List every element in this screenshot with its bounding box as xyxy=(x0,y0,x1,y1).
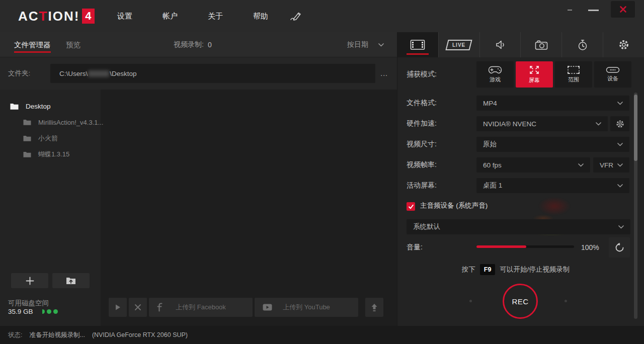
panel-scrollbar[interactable] xyxy=(634,93,637,319)
mode-game-button[interactable]: 游戏 xyxy=(476,61,514,88)
action-app-window: ACTION! 4 设置 帐户 关于 帮助 文件管理器 xyxy=(0,0,644,344)
sort-by-label: 按日期 xyxy=(347,40,368,49)
folder-path-input[interactable]: C:\Users\ \Desktop xyxy=(50,64,375,83)
mode-device-label: 设备 xyxy=(607,75,618,82)
rec-button[interactable]: REC xyxy=(503,284,538,319)
upload-facebook-button[interactable]: 上传到 Facebook xyxy=(149,298,253,317)
app-logo: ACTION! 4 xyxy=(18,7,95,25)
play-button[interactable] xyxy=(109,298,127,317)
upload-facebook-label: 上传到 Facebook xyxy=(176,303,226,312)
status-bar: 状态: 准备开始视频录制... (NVIDIA GeForce RTX 2060… xyxy=(0,326,644,344)
status-gpu: (NVIDIA GeForce RTX 2060 SUP) xyxy=(92,331,188,338)
video-size-dropdown[interactable]: 原始 xyxy=(476,137,629,152)
sort-by-dropdown[interactable]: 按日期 xyxy=(347,32,384,57)
tab-live-streaming[interactable]: LIVE xyxy=(439,32,480,57)
file-manager-panel: 文件管理器 预览 视频录制: 0 按日期 文件夹: C:\Users\ \Des… xyxy=(0,32,397,326)
chevron-down-icon xyxy=(617,143,623,146)
folder-upload-icon xyxy=(66,277,76,285)
close-icon xyxy=(619,6,627,13)
hotkey-suffix: 可以开始/停止视频录制 xyxy=(500,265,570,274)
framerate-mode-dropdown[interactable]: VFR xyxy=(593,157,629,173)
framerate-mode-value: VFR xyxy=(600,161,613,169)
disk-space-row: 35.9 GB xyxy=(8,308,58,315)
tab-settings[interactable] xyxy=(603,32,644,57)
region-icon xyxy=(567,65,580,74)
active-screen-label: 活动屏幕: xyxy=(407,178,437,193)
active-screen-dropdown[interactable]: 桌面 1 xyxy=(476,178,629,193)
mode-device-button[interactable]: 设备 xyxy=(594,61,631,88)
hw-accel-dropdown[interactable]: NVIDIA® NVENC xyxy=(476,116,608,131)
reset-icon xyxy=(614,242,625,253)
upload-button[interactable] xyxy=(365,298,383,317)
x-icon xyxy=(134,304,141,311)
volume-slider[interactable] xyxy=(476,245,574,248)
close-button[interactable] xyxy=(611,1,635,18)
delete-button[interactable] xyxy=(129,298,147,317)
disk-space-label: 可用磁盘空间 xyxy=(8,299,49,308)
add-folder-button[interactable] xyxy=(11,273,48,288)
tree-item[interactable]: 小火箭 xyxy=(0,130,101,146)
recording-settings-content: 捕获模式: 游戏 xyxy=(397,57,644,326)
disk-space-value: 35.9 GB xyxy=(8,308,33,315)
open-folder-button[interactable] xyxy=(52,273,90,288)
framerate-label: 视频帧率: xyxy=(407,157,437,173)
facebook-icon xyxy=(157,298,163,317)
chevron-down-icon xyxy=(578,163,584,167)
camera-icon xyxy=(535,40,548,50)
active-tab-underline xyxy=(407,53,429,55)
tab-audio-recording[interactable] xyxy=(480,32,521,57)
tab-scheduler[interactable] xyxy=(562,32,603,57)
status-text: 准备开始视频录制... xyxy=(29,331,85,339)
disk-space-indicator xyxy=(42,309,58,314)
tab-file-manager-label: 文件管理器 xyxy=(14,40,51,50)
chevron-down-icon xyxy=(596,122,601,126)
redacted-username xyxy=(88,70,109,77)
tree-item-label: MirillisAction!_v4.3.1... xyxy=(38,119,103,126)
menu-account[interactable]: 帐户 xyxy=(163,12,178,21)
tab-video-recording[interactable] xyxy=(397,32,439,57)
menu-help[interactable]: 帮助 xyxy=(253,12,268,21)
draw-pen-icon[interactable] xyxy=(289,10,302,22)
hw-accel-settings-button[interactable] xyxy=(610,116,629,131)
rec-label: REC xyxy=(512,297,528,306)
tree-item-desktop[interactable]: Desktop xyxy=(0,98,101,114)
folder-tree: Desktop MirillisAction!_v4.3.1... 小火箭 蝴蝶… xyxy=(0,98,101,162)
logo-text: AC xyxy=(18,9,39,24)
volume-reset-button[interactable] xyxy=(609,237,630,257)
screen-capture-icon xyxy=(528,65,541,75)
panel-scrollbar-thumb[interactable] xyxy=(634,95,637,161)
tab-screenshot[interactable] xyxy=(521,32,562,57)
menu-about[interactable]: 关于 xyxy=(208,12,223,21)
chevron-down-icon xyxy=(378,43,384,47)
framerate-value: 60 fps xyxy=(483,161,502,169)
file-format-dropdown[interactable]: MP4 xyxy=(476,96,629,111)
audio-device-dropdown[interactable]: 系统默认 xyxy=(407,219,630,234)
video-size-label: 视频尺寸: xyxy=(407,137,437,152)
browse-folder-button[interactable]: ... xyxy=(380,57,388,90)
tree-item[interactable]: MirillisAction!_v4.3.1... xyxy=(0,114,101,130)
primary-audio-checkbox[interactable] xyxy=(407,202,415,211)
mode-screen-button[interactable]: 屏幕 xyxy=(516,61,553,88)
tab-preview[interactable]: 预览 xyxy=(66,32,80,57)
tray-minimize-button[interactable] xyxy=(568,10,572,11)
upload-youtube-button[interactable]: 上传到 YouTube xyxy=(255,298,358,317)
framerate-dropdown[interactable]: 60 fps xyxy=(476,157,590,173)
menu-settings[interactable]: 设置 xyxy=(117,12,132,21)
tree-item[interactable]: 蝴蝶1.3.15 xyxy=(0,146,101,162)
upload-icon xyxy=(370,303,378,312)
gamepad-icon xyxy=(488,65,503,74)
tab-preview-label: 预览 xyxy=(66,40,80,50)
tree-item-label: Desktop xyxy=(26,103,51,110)
mode-region-button[interactable]: 范围 xyxy=(555,61,592,88)
hw-accel-value: NVIDIA® NVENC xyxy=(483,120,536,128)
path-prefix: C:\Users\ xyxy=(59,70,88,77)
mode-game-label: 游戏 xyxy=(490,76,501,83)
capture-mode-buttons: 游戏 屏幕 范围 xyxy=(476,61,631,88)
folder-icon xyxy=(23,119,31,125)
play-icon xyxy=(114,304,121,311)
tab-file-manager[interactable]: 文件管理器 xyxy=(14,32,51,57)
chevron-down-icon xyxy=(618,225,624,229)
minimize-button[interactable] xyxy=(588,10,599,11)
volume-slider-fill xyxy=(476,245,526,248)
hotkey-hint: 按下 F9 可以开始/停止视频录制 xyxy=(397,264,634,275)
